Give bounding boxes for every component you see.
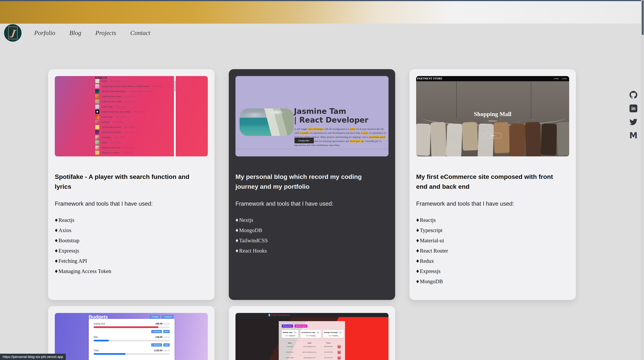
pm-view-button: View bbox=[293, 331, 297, 333]
song-row: Talking to the Moon Bruno Mars bbox=[95, 151, 173, 155]
project-card-spotifake[interactable]: TOP 10 TREND Skate Bruno Mars Versace On… bbox=[48, 69, 214, 300]
album-thumb bbox=[95, 115, 99, 119]
trash-icon bbox=[338, 346, 340, 347]
nav-link[interactable]: Porfolio bbox=[34, 29, 55, 37]
album-thumb bbox=[95, 151, 99, 155]
pm-client-email: ironman@gmail.com bbox=[298, 346, 321, 347]
song-artist: Bruno Mars bbox=[125, 100, 136, 103]
pm-project-status: Status: Preparing bbox=[302, 335, 320, 336]
shop-heading: Shopping Mall bbox=[416, 111, 569, 117]
pm-project-status: Status: Preparing bbox=[324, 335, 342, 336]
album-thumb bbox=[95, 135, 99, 139]
song-row: Leave the Door Open Bruno Mars bbox=[95, 94, 173, 99]
song-title: Love's Train bbox=[102, 106, 112, 108]
budgets-panel: Eating Out £85.00/ £100.00 + ExpenseView… bbox=[89, 319, 174, 360]
social-rail: in M bbox=[630, 91, 637, 139]
page-scrollbar-thumb[interactable] bbox=[642, 0, 644, 35]
main-nav: PorfolioBlogProjectsContact bbox=[34, 29, 150, 37]
twitter-icon[interactable] bbox=[630, 118, 637, 126]
song-title: We Don't Talk About Bruno bbox=[102, 90, 126, 92]
pm-project-card: eCommerce App View Status: Preparing bbox=[300, 330, 321, 338]
projectmgmt-preview-image: Project Management ✚ Add Client▤ New Pro… bbox=[236, 313, 388, 360]
song-title: Talking to the Moon bbox=[102, 151, 119, 154]
bio-segment: 6 years bbox=[361, 131, 368, 134]
song-artist: Bruno Mars bbox=[110, 80, 121, 82]
pm-client-name: Peter Parker bbox=[282, 351, 298, 353]
song-row: Just the Way You Are Bruno Mars bbox=[95, 125, 173, 129]
project-card-ecommerce[interactable]: PARTMENT STORE HOMELOGIN Shopping Mall W… bbox=[410, 69, 576, 300]
gmail-icon[interactable]: M bbox=[630, 132, 637, 139]
nav-link[interactable]: Projects bbox=[96, 29, 116, 37]
song-artist: Bruno Mars bbox=[114, 136, 125, 138]
tools-list: ♦Reactjs♦Typescript♦Material-ui♦React Ro… bbox=[416, 217, 448, 289]
project-card-budgets[interactable]: Budgets + Budget+ Expense Eating Out £85… bbox=[48, 306, 214, 360]
song-title: Just the Way You Are bbox=[102, 126, 121, 128]
song-title: Uptown Funk (feat. Bruno Mars) bbox=[102, 111, 131, 113]
song-artist: Carolina Gaitán - La Gaita bbox=[129, 90, 153, 92]
tool-item: ♦React Router bbox=[416, 248, 448, 253]
song-row: Leave The Door Open Bruno Mars bbox=[95, 99, 173, 104]
coast-photo bbox=[240, 108, 294, 136]
tool-item: ♦Fetching API bbox=[55, 258, 111, 264]
album-thumb bbox=[95, 146, 99, 150]
site-logo[interactable]: J bbox=[4, 24, 22, 42]
song-row: Versace On the Floor Bruno Mars bbox=[95, 130, 173, 134]
pm-table-row: Tony Stark ironman@gmail.com 555-555-555… bbox=[282, 344, 342, 349]
diamond-bullet-icon: ♦ bbox=[55, 268, 58, 274]
song-title: Versace On the Floor (Bruno Mars vs. Dav… bbox=[102, 85, 149, 87]
nav-link[interactable]: Blog bbox=[69, 29, 81, 37]
tool-item: ♦MongoDB bbox=[236, 227, 268, 233]
song-artist: Bruno Mars bbox=[124, 131, 135, 133]
github-icon[interactable] bbox=[630, 91, 637, 99]
diamond-bullet-icon: ♦ bbox=[416, 227, 419, 233]
pm-delete-button bbox=[338, 350, 340, 354]
header-gold-band bbox=[0, 1, 644, 24]
pm-panel: ✚ Add Client▤ New Project Mobile App Vie… bbox=[279, 321, 345, 360]
shop-nav-link: HOME bbox=[554, 78, 559, 80]
song-title: Grenade bbox=[102, 121, 110, 123]
card-title: My personal blog which record my coding … bbox=[236, 172, 380, 192]
budget-row-buttons: + ExpenseView bbox=[94, 343, 170, 347]
pm-project-name: eCommerce App bbox=[302, 331, 315, 333]
song-artist: Bruno Mars bbox=[116, 106, 126, 108]
diamond-bullet-icon: ♦ bbox=[55, 237, 58, 244]
budgets-top-buttons: + Budget+ Expense bbox=[149, 315, 174, 319]
shop-nav-links: HOMELOGIN bbox=[554, 78, 567, 80]
project-card-projectmgmt[interactable]: Project Management ✚ Add Client▤ New Pro… bbox=[229, 306, 395, 360]
album-thumb bbox=[95, 84, 99, 88]
song-row: Love's Train Bruno Mars bbox=[95, 105, 173, 109]
pm-view-button: View bbox=[316, 331, 320, 333]
shop-subheading: Welcome bbox=[416, 120, 569, 122]
inner-scrollbar-thumb bbox=[174, 81, 176, 92]
tool-item: ♦Typescript bbox=[416, 227, 448, 233]
album-thumb bbox=[95, 125, 99, 129]
blog-bio: A self taught react developer with the b… bbox=[294, 127, 386, 147]
budget-progressbar bbox=[94, 340, 170, 341]
diamond-bullet-icon: ♦ bbox=[416, 237, 419, 244]
bio-segment: A self taught bbox=[294, 128, 308, 130]
tool-item: ♦React Hooks bbox=[236, 248, 268, 253]
song-artist: Bruno Mars bbox=[110, 141, 121, 143]
song-row: 24K Magic Bruno Mars bbox=[95, 135, 173, 139]
budgets-button: + Expense bbox=[161, 315, 174, 319]
linkedin-icon[interactable]: in bbox=[630, 104, 637, 112]
budget-progressbar bbox=[94, 353, 170, 355]
pm-client-email: spiderman@gmail.com bbox=[298, 351, 321, 353]
project-card-blog[interactable]: Jasmine Tam | React Developer A self tau… bbox=[229, 69, 395, 300]
pm-app-title: Project Management bbox=[271, 314, 290, 316]
diamond-bullet-icon: ♦ bbox=[55, 217, 58, 223]
tool-item: ♦Redux bbox=[416, 258, 448, 264]
budget-row-button: View bbox=[163, 330, 170, 333]
pm-table-row: Steve Rogers captain@gmail.com 222-333-4… bbox=[282, 355, 342, 360]
pm-action-buttons: ✚ Add Client▤ New Project bbox=[282, 324, 342, 328]
logo-frame: J bbox=[8, 27, 18, 39]
song-title: Skate bbox=[102, 141, 107, 143]
tool-item: ♦Nextjs bbox=[236, 217, 268, 223]
diamond-bullet-icon: ♦ bbox=[416, 278, 419, 284]
diamond-bullet-icon: ♦ bbox=[236, 247, 238, 254]
nav-link[interactable]: Contact bbox=[130, 29, 150, 37]
song-title: Skate bbox=[102, 80, 107, 82]
budget-row-buttons: + ExpenseView bbox=[94, 330, 170, 333]
pm-button: ▤ New Project bbox=[294, 324, 307, 328]
budget-row-button: View bbox=[163, 343, 170, 347]
